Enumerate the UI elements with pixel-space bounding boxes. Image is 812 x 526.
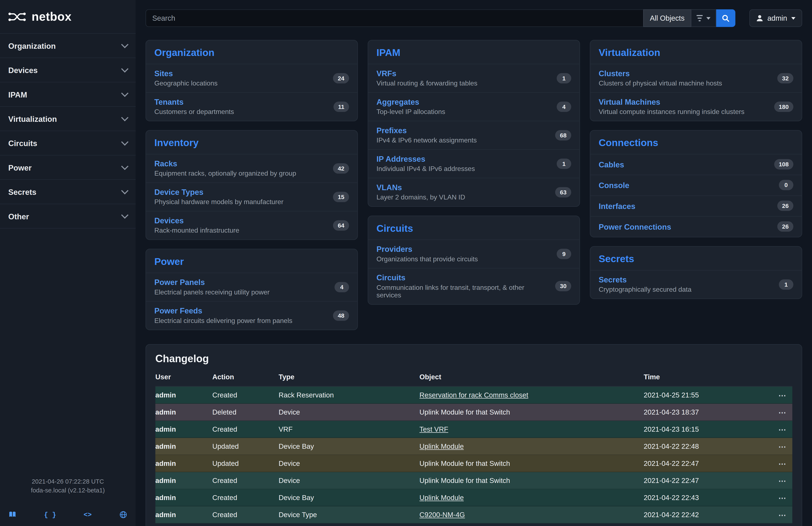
card-item-link[interactable]: Interfaces: [598, 201, 635, 210]
card-item[interactable]: Aggregates Top-level IP allocations 4: [368, 92, 580, 121]
card-item[interactable]: Power Feeds Electrical circuits deliveri…: [146, 301, 357, 330]
card-item-link[interactable]: VRFs: [376, 69, 477, 78]
card-item-text: Interfaces: [598, 201, 635, 210]
row-menu-button[interactable]: ⋯: [778, 391, 792, 399]
sidebar-item-label: Other: [8, 212, 29, 221]
sidebar-item-circuits[interactable]: Circuits: [0, 131, 135, 155]
card-item-link[interactable]: IP Addresses: [376, 155, 475, 164]
card-item[interactable]: Secrets Cryptographically secured data 1: [590, 270, 802, 298]
card-item[interactable]: Power Panels Electrical panels receiving…: [146, 273, 357, 301]
user-menu-button[interactable]: admin: [749, 9, 802, 27]
dashboard-card: Connections Cables 108 Console 0 Interfa…: [590, 130, 802, 237]
footer-hostname: foda-se.local (v2.12-beta1): [0, 486, 135, 495]
search-input[interactable]: [146, 9, 643, 27]
card-item[interactable]: Prefixes IPv4 & IPv6 network assignments…: [368, 121, 580, 149]
card-item-link[interactable]: Device Types: [155, 188, 284, 197]
card-item[interactable]: Clusters Clusters of physical virtual ma…: [590, 64, 802, 92]
card-item[interactable]: Providers Organizations that provide cir…: [368, 239, 580, 268]
card-item-link[interactable]: VLANs: [376, 183, 465, 192]
row-type: Device: [279, 459, 420, 467]
docs-book-icon[interactable]: [8, 511, 16, 519]
row-menu-button[interactable]: ⋯: [778, 494, 792, 501]
row-object: Reservation for rack Comms closet: [420, 391, 644, 399]
sidebar-item-secrets[interactable]: Secrets: [0, 180, 135, 204]
card-item-link[interactable]: Power Connections: [598, 222, 671, 231]
row-menu-button[interactable]: ⋯: [778, 511, 792, 518]
card-item[interactable]: Sites Geographic locations 24: [146, 64, 357, 92]
card-items: Cables 108 Console 0 Interfaces 26 Power…: [590, 154, 802, 237]
row-menu-button[interactable]: ⋯: [778, 459, 792, 467]
card-item[interactable]: Tenants Customers or departments 11: [146, 92, 357, 121]
row-time: 2021-04-25 21:55: [644, 391, 770, 399]
sidebar: netbox Organization Devices IPAM Virtual…: [0, 0, 135, 526]
sidebar-item-other[interactable]: Other: [0, 204, 135, 229]
card-item[interactable]: Racks Equipment racks, optionally organi…: [146, 154, 357, 182]
row-menu-button[interactable]: ⋯: [778, 477, 792, 484]
row-object: Uplink Module for that Switch: [420, 459, 644, 467]
sidebar-item-power[interactable]: Power: [0, 155, 135, 179]
card-item-link[interactable]: Power Panels: [155, 278, 270, 287]
row-user: admin: [156, 442, 213, 450]
topbar: All Objects: [146, 9, 802, 27]
card-item[interactable]: Virtual Machines Virtual compute instanc…: [590, 92, 802, 121]
card-item-link[interactable]: Sites: [155, 69, 218, 78]
card-item-link[interactable]: Racks: [155, 159, 296, 168]
card-item[interactable]: Interfaces 26: [590, 196, 802, 216]
card-item-text: Providers Organizations that provide cir…: [376, 245, 478, 263]
card-item[interactable]: VRFs Virtual routing & forwarding tables…: [368, 64, 580, 92]
card-item-link[interactable]: Aggregates: [376, 98, 445, 106]
card-item[interactable]: Device Types Physical hardware models by…: [146, 182, 357, 211]
card-item-link[interactable]: Circuits: [376, 273, 550, 282]
chevron-down-icon: [121, 65, 128, 73]
card-items: Power Panels Electrical panels receiving…: [146, 273, 357, 330]
sidebar-item-devices[interactable]: Devices: [0, 58, 135, 82]
card-item[interactable]: VLANs Layer 2 domains, by VLAN ID 63: [368, 178, 580, 206]
col-header-action: Action: [213, 373, 279, 381]
row-menu-button[interactable]: ⋯: [778, 425, 792, 433]
card-item-link[interactable]: Power Feeds: [155, 306, 292, 315]
card-item-link[interactable]: Clusters: [598, 69, 722, 78]
card-item-link[interactable]: Cables: [598, 160, 624, 169]
rest-api-braces-icon[interactable]: { }: [44, 511, 56, 518]
card-item[interactable]: Console 0: [590, 174, 802, 195]
search-filter-dropdown[interactable]: [691, 9, 716, 27]
card-item-link[interactable]: Providers: [376, 245, 478, 254]
row-time: 2021-04-23 16:15: [644, 425, 770, 433]
card-title: Organization: [146, 41, 357, 64]
card-item-link[interactable]: Devices: [155, 216, 240, 225]
sidebar-item-label: Devices: [8, 66, 38, 74]
netbox-logo[interactable]: netbox: [0, 0, 135, 33]
card-item[interactable]: Cables 108: [590, 154, 802, 174]
card-item[interactable]: Devices Rack-mounted infrastructure 64: [146, 211, 357, 239]
row-time: 2021-04-22 22:48: [644, 442, 770, 450]
row-action: Updated: [213, 459, 279, 467]
netbox-dashboard: netbox Organization Devices IPAM Virtual…: [0, 0, 812, 526]
card-item[interactable]: Circuits Communication links for transit…: [368, 268, 580, 304]
row-menu-button[interactable]: ⋯: [778, 408, 792, 416]
card-item-link[interactable]: Virtual Machines: [598, 98, 744, 106]
footer-icons: { } <>: [0, 511, 135, 519]
count-badge: 4: [334, 282, 349, 292]
api-code-icon[interactable]: <>: [84, 511, 91, 518]
sidebar-item-virtualization[interactable]: Virtualization: [0, 106, 135, 130]
object-link[interactable]: Reservation for rack Comms closet: [420, 391, 528, 399]
card-item-link[interactable]: Console: [598, 181, 629, 189]
card-item[interactable]: IP Addresses Individual IPv4 & IPv6 addr…: [368, 149, 580, 178]
object-link[interactable]: Uplink Module: [420, 442, 464, 450]
card-item-description: Virtual routing & forwarding tables: [376, 80, 477, 87]
row-menu-button[interactable]: ⋯: [778, 442, 792, 450]
object-link[interactable]: Uplink Module: [420, 494, 464, 501]
object-link[interactable]: C9200-NM-4G: [420, 511, 465, 518]
source-globe-icon[interactable]: [119, 511, 127, 519]
card-item-link[interactable]: Prefixes: [376, 126, 477, 135]
card-item[interactable]: Power Connections 26: [590, 216, 802, 237]
card-item-link[interactable]: Secrets: [598, 275, 691, 284]
search-scope-button[interactable]: All Objects: [643, 9, 691, 27]
sidebar-item-ipam[interactable]: IPAM: [0, 82, 135, 106]
card-item-link[interactable]: Tenants: [155, 98, 234, 106]
search-submit-button[interactable]: [716, 9, 735, 27]
sidebar-footer: 2021-04-26 07:22:28 UTC foda-se.local (v…: [0, 478, 135, 526]
card-title: IPAM: [368, 41, 580, 64]
object-link[interactable]: Test VRF: [420, 425, 448, 433]
sidebar-item-organization[interactable]: Organization: [0, 33, 135, 57]
